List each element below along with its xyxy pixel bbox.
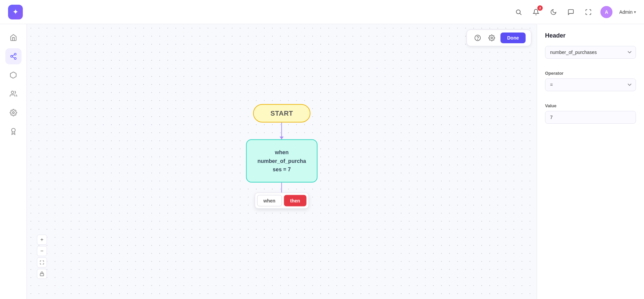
zoom-out-button[interactable]: − bbox=[37, 246, 47, 256]
done-button[interactable]: Done bbox=[500, 33, 526, 43]
connector-line-1 bbox=[281, 123, 282, 139]
operator-label: Operator bbox=[545, 71, 636, 76]
chevron-down-icon: ▾ bbox=[634, 10, 636, 14]
notification-badge: 2 bbox=[537, 5, 543, 11]
header-select[interactable]: number_of_purchases total_spent last_pur… bbox=[545, 46, 636, 59]
navbar: ✦ 2 A Admin ▾ bbox=[0, 0, 644, 24]
canvas-area[interactable]: Done START whennumber_of_purchases = 7 w… bbox=[27, 24, 537, 299]
branch-popup: when then bbox=[255, 192, 309, 208]
search-icon[interactable] bbox=[513, 7, 524, 17]
svg-line-1 bbox=[520, 13, 522, 15]
condition-text: whennumber_of_purchases = 7 bbox=[258, 150, 306, 172]
svg-point-2 bbox=[14, 53, 16, 55]
lock-button[interactable] bbox=[37, 269, 47, 279]
operator-select[interactable]: = != > < >= <= bbox=[545, 78, 636, 91]
help-icon[interactable] bbox=[472, 33, 483, 43]
logo[interactable]: ✦ bbox=[8, 5, 23, 19]
svg-point-8 bbox=[12, 112, 14, 114]
logo-icon: ✦ bbox=[12, 8, 18, 16]
notification-icon[interactable]: 2 bbox=[531, 7, 541, 17]
svg-point-7 bbox=[11, 91, 13, 94]
value-label: Value bbox=[545, 103, 636, 108]
chat-icon[interactable] bbox=[566, 7, 576, 17]
fit-screen-button[interactable] bbox=[37, 257, 47, 267]
sidebar-item-settings[interactable] bbox=[5, 105, 21, 121]
sidebar-item-rewards[interactable] bbox=[5, 123, 21, 139]
navbar-right: 2 A Admin ▾ bbox=[513, 6, 636, 18]
sidebar-item-home[interactable] bbox=[5, 29, 21, 46]
svg-point-4 bbox=[14, 58, 16, 60]
admin-menu[interactable]: Admin ▾ bbox=[619, 9, 636, 15]
zoom-controls: + − bbox=[37, 235, 47, 279]
expand-icon[interactable] bbox=[583, 7, 594, 17]
start-node: START bbox=[253, 104, 311, 123]
svg-point-3 bbox=[10, 55, 12, 57]
operator-group: Operator = != > < >= <= bbox=[545, 71, 636, 97]
svg-point-0 bbox=[517, 10, 521, 14]
sidebar-item-users[interactable] bbox=[5, 86, 21, 102]
dark-mode-icon[interactable] bbox=[548, 7, 559, 17]
panel-title: Header bbox=[545, 32, 636, 39]
svg-rect-13 bbox=[40, 274, 44, 276]
svg-point-12 bbox=[491, 37, 493, 39]
svg-point-9 bbox=[11, 128, 15, 132]
header-group: number_of_purchases total_spent last_pur… bbox=[545, 46, 636, 65]
svg-line-5 bbox=[12, 57, 14, 58]
main-layout: Done START whennumber_of_purchases = 7 w… bbox=[0, 24, 644, 299]
sidebar-item-flow[interactable] bbox=[5, 48, 21, 64]
then-branch-button[interactable]: then bbox=[284, 195, 307, 206]
zoom-in-button[interactable]: + bbox=[37, 235, 47, 245]
avatar[interactable]: A bbox=[600, 6, 612, 18]
when-branch-button[interactable]: when bbox=[257, 195, 282, 206]
value-input[interactable] bbox=[545, 111, 636, 124]
sidebar bbox=[0, 24, 27, 299]
canvas-toolbar: Done bbox=[467, 29, 531, 46]
flow-diagram: START whennumber_of_purchases = 7 when t… bbox=[246, 104, 318, 209]
svg-line-6 bbox=[12, 55, 14, 56]
settings-icon[interactable] bbox=[486, 33, 497, 43]
value-group: Value bbox=[545, 103, 636, 124]
sidebar-item-products[interactable] bbox=[5, 67, 21, 83]
connector-line-2 bbox=[281, 182, 282, 192]
condition-node[interactable]: whennumber_of_purchases = 7 bbox=[246, 139, 318, 183]
right-panel: Header number_of_purchases total_spent l… bbox=[537, 24, 644, 299]
